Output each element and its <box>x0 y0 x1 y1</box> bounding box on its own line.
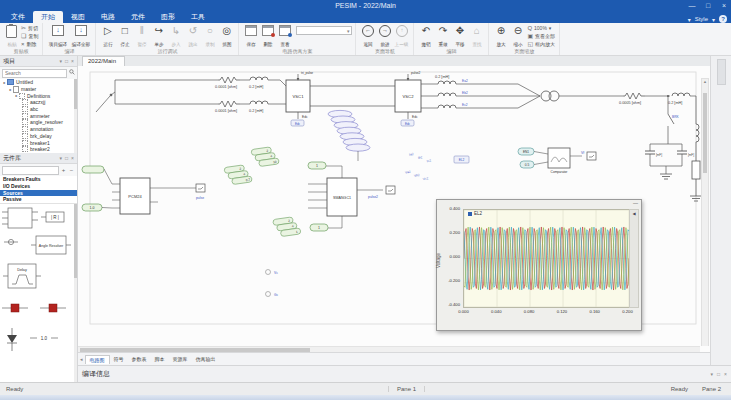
find-button[interactable]: ⌂ 查找 <box>468 24 485 48</box>
breaker-branch[interactable]: BRK [mF] [mF] <box>645 96 694 179</box>
paste-button[interactable]: 粘贴 <box>3 24 20 48</box>
gain-component[interactable]: 1.0 <box>30 336 58 341</box>
comparator-block[interactable]: Comparator <box>548 148 582 174</box>
goto-tag[interactable] <box>386 186 395 194</box>
rl-branch[interactable]: 0.0001 [ohm] 0.2 [mH] <box>115 77 286 89</box>
view-all-button[interactable]: ▣ 查看全部 <box>527 33 555 39</box>
output-phase-b[interactable]: Eb2 <box>421 91 540 96</box>
cable-bundle[interactable] <box>328 110 370 161</box>
output-phase-a[interactable]: 0.2 [mH] Ea2 <box>421 75 540 96</box>
close-icon[interactable]: × <box>71 58 74 64</box>
angle-resolver-component[interactable]: Angle Resolver <box>31 236 71 254</box>
scope-minimize-icon[interactable]: — <box>633 200 638 206</box>
meter-component[interactable] <box>4 240 18 245</box>
snapshot-button[interactable]: ◎ 抓图 <box>218 24 235 48</box>
rl-branch[interactable]: 0.0001 [ohm] 0.2 [mH] <box>115 101 286 113</box>
tag-stack[interactable]: 2 4 10 <box>251 146 279 167</box>
tab-home[interactable]: 开始 <box>33 11 63 23</box>
category-io-devices[interactable]: I/O Devices <box>0 183 77 190</box>
tag-stack[interactable]: 2 4 0.7 <box>224 164 252 185</box>
tree-item[interactable]: brk_delay <box>0 133 77 140</box>
scroll-up-icon[interactable]: ▲ <box>702 79 708 85</box>
signal-pill[interactable]: 1 <box>310 224 328 231</box>
vsc1-block[interactable]: VSC1 tri_pulse Edc Edc <box>286 71 313 126</box>
scope-plot-area[interactable]: EL2 <box>463 209 630 308</box>
tab-tools[interactable]: 工具 <box>183 11 213 23</box>
cut-button[interactable]: ✂剪切 <box>21 25 38 31</box>
node-tag[interactable]: Vc <box>266 270 279 276</box>
run-button[interactable]: ▷ 运行 <box>99 24 116 48</box>
scheme-view-button[interactable]: 查看 <box>276 24 293 48</box>
library-preview-scrollbar[interactable] <box>74 204 77 389</box>
breaker-component[interactable] <box>40 304 66 312</box>
maximize-icon[interactable]: □ <box>703 0 713 11</box>
collapse-icon[interactable]: ▾ <box>711 371 714 377</box>
chevron-down-icon[interactable]: ▾ <box>688 16 691 23</box>
tree-item-untitled[interactable]: ▸Untitled <box>0 79 77 86</box>
pan-button[interactable]: ✥ 平移 <box>451 24 468 48</box>
tab-sim-output[interactable]: 仿真输出 <box>192 355 220 363</box>
signal-pill[interactable] <box>82 166 112 184</box>
zoom-out-button[interactable]: ⊖ 缩小 <box>509 24 526 48</box>
pcm24-block[interactable]: PCM24 <box>112 178 196 214</box>
step-button[interactable]: ↪ 单步 <box>150 24 167 48</box>
record-button[interactable]: ○ 录制 <box>201 24 218 48</box>
tab-parameters[interactable]: 参数表 <box>128 355 151 363</box>
search-icon[interactable] <box>68 69 75 77</box>
library-preview-canvas[interactable]: | R | Angle Resolver Delay <box>0 204 74 388</box>
tree-item-definitions[interactable]: ▸Definitions <box>0 92 77 99</box>
add-library-button[interactable]: + <box>60 166 67 174</box>
scope-window[interactable]: — Voltage 0.400 0.200 0.000 -0.200 -0.40… <box>436 199 642 331</box>
line-rl[interactable]: 0.0005 [ohm] 0.2 [mH] <box>559 93 696 105</box>
tab-components[interactable]: 元件 <box>123 11 153 23</box>
scheme-save-button[interactable]: 保存 <box>242 24 259 48</box>
compile-project-button[interactable]: ↓ 项目编译 <box>46 24 69 48</box>
tab-view[interactable]: 视图 <box>63 11 93 23</box>
source-switch[interactable] <box>96 80 115 112</box>
tab-schematic[interactable]: 电路图 <box>85 355 110 364</box>
up-level-button[interactable]: ↑ 上一级 <box>393 24 410 48</box>
help-icon[interactable]: ? <box>719 15 727 23</box>
library-search-input[interactable] <box>2 166 59 175</box>
compile-all-button[interactable]: ↓ 编译全部 <box>69 24 92 48</box>
tree-item[interactable]: angle_resolver <box>0 119 77 126</box>
signal-pill[interactable]: 0.5 <box>520 161 548 168</box>
breaker-component[interactable] <box>2 304 28 312</box>
category-breakers-faults[interactable]: Breakers Faults <box>0 176 77 183</box>
flipflop-component[interactable] <box>2 208 38 228</box>
scope-collapse-icon[interactable]: ◀ <box>632 211 635 216</box>
tree-item[interactable]: aaczxjj <box>0 99 77 106</box>
minimize-icon[interactable]: — <box>687 0 697 11</box>
collapse-icon[interactable]: ▾ <box>60 58 63 64</box>
style-menu[interactable]: Style <box>695 16 708 22</box>
back-button[interactable]: ← 返回 <box>359 24 376 48</box>
document-tab[interactable]: 2022/Main <box>82 56 125 66</box>
delete-button[interactable]: ×删除 <box>21 41 38 47</box>
tab-symbol[interactable]: 符号 <box>110 355 128 363</box>
tab-graphics[interactable]: 图形 <box>153 11 183 23</box>
zoom-in-button[interactable]: ⊕ 放大 <box>492 24 509 48</box>
scope-side-strip[interactable]: ◀ <box>629 209 639 308</box>
tab-script[interactable]: 脚本 <box>151 355 169 363</box>
output-phase-c[interactable]: Ec2 <box>421 96 540 108</box>
zoom-box-button[interactable]: ◱ 框内放大 <box>527 41 555 47</box>
chevron-down-icon[interactable]: ▾ <box>712 16 715 23</box>
project-search-input[interactable] <box>2 69 67 78</box>
tree-item[interactable]: abc <box>0 106 77 113</box>
goto-tag[interactable] <box>587 152 596 160</box>
tag-stack[interactable]: 2 4 1 <box>273 216 301 237</box>
close-icon[interactable]: × <box>724 371 727 377</box>
pin-icon[interactable]: □ <box>65 155 68 161</box>
category-passive[interactable]: Passive <box>0 196 77 203</box>
tree-item[interactable]: breaker1 <box>0 139 77 146</box>
transformer[interactable] <box>541 91 559 101</box>
project-tree-scrollbar[interactable] <box>74 79 77 153</box>
redo-button[interactable]: ↷ 重做 <box>434 24 451 48</box>
signal-pill[interactable]: EN1 <box>518 148 548 155</box>
diode-component[interactable] <box>7 328 17 351</box>
zoom-level-dropdown[interactable]: Q 100% ▾ <box>527 25 555 31</box>
tree-item[interactable]: breaker2 <box>0 146 77 153</box>
scheme-delete-button[interactable]: 删除 <box>259 24 276 48</box>
signal-pill[interactable]: 1.0 <box>82 204 112 211</box>
pin-icon[interactable]: □ <box>65 58 68 64</box>
